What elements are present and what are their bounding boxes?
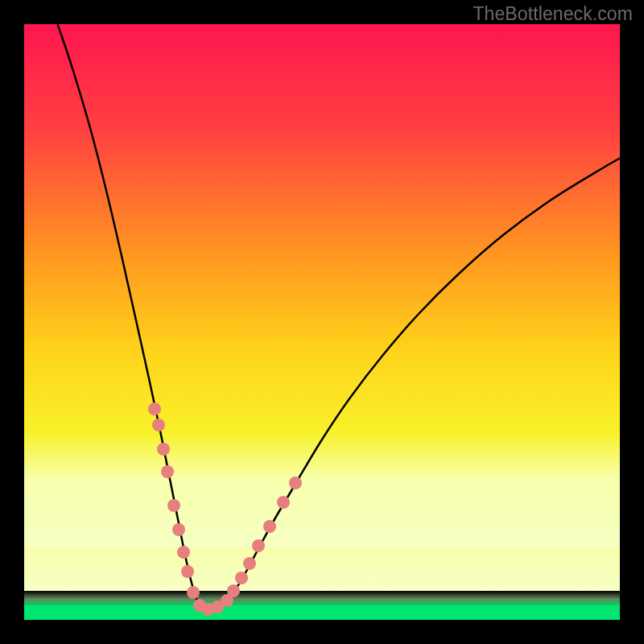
data-dot	[187, 586, 200, 599]
data-dot	[243, 557, 256, 570]
chart-frame: TheBottleneck.com	[0, 0, 644, 644]
data-dot	[157, 443, 170, 456]
data-dot	[172, 523, 185, 536]
data-dot	[181, 565, 194, 578]
data-dots	[148, 402, 302, 616]
chart-curve	[24, 24, 620, 620]
watermark-text: TheBottleneck.com	[473, 3, 633, 25]
bottleneck-curve	[55, 24, 620, 609]
data-dot	[152, 419, 165, 431]
data-dot	[289, 477, 302, 489]
data-dot	[167, 499, 180, 512]
plot-area	[24, 24, 620, 620]
data-dot	[227, 584, 240, 597]
data-dot	[148, 402, 161, 415]
data-dot	[177, 546, 190, 559]
data-dot	[252, 539, 265, 552]
data-dot	[161, 465, 174, 478]
data-dot	[235, 572, 248, 584]
data-dot	[263, 520, 276, 533]
data-dot	[277, 496, 290, 509]
